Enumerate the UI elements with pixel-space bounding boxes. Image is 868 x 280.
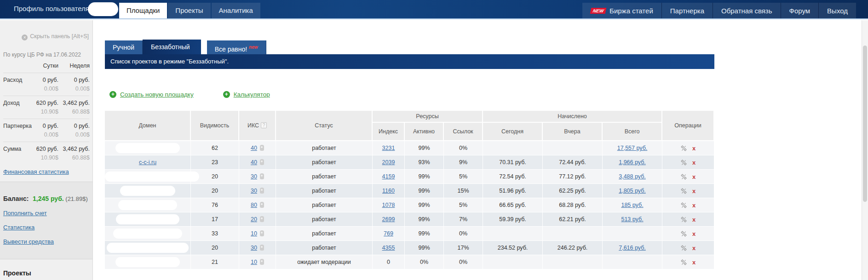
- delete-icon[interactable]: x: [692, 145, 696, 152]
- percent-link-icon[interactable]: [681, 188, 687, 194]
- nav-tab[interactable]: Проекты: [168, 3, 210, 18]
- index-link[interactable]: 3231: [382, 145, 395, 151]
- domain-cell: [105, 170, 191, 184]
- statistics-link[interactable]: Статистика: [3, 224, 89, 231]
- total-amount-link[interactable]: 185 руб.: [621, 202, 643, 208]
- mode-tab[interactable]: Все равно!new: [207, 40, 266, 54]
- table-row: 3310работает76999%0%x: [105, 227, 714, 241]
- iks-badge-icon[interactable]: [260, 216, 264, 222]
- iks-badge-icon[interactable]: [260, 173, 264, 179]
- operations-cell: x: [662, 170, 714, 184]
- percent-link-icon[interactable]: [681, 217, 687, 223]
- links-percent-cell: 5%: [444, 198, 483, 212]
- operations-cell: x: [662, 212, 714, 227]
- links-percent-cell: 15%: [444, 184, 483, 198]
- yesterday-amount-cell: 77.12 руб.: [543, 170, 603, 184]
- iks-link[interactable]: 40: [251, 159, 257, 166]
- iks-link[interactable]: 30: [251, 173, 257, 180]
- iks-badge-icon[interactable]: [260, 259, 264, 265]
- delete-icon[interactable]: x: [692, 202, 696, 209]
- financial-statistics-link[interactable]: Финансовая статистика: [3, 168, 92, 175]
- percent-link-icon[interactable]: [681, 259, 687, 266]
- index-link[interactable]: 4355: [382, 245, 395, 251]
- delete-icon[interactable]: x: [692, 216, 696, 223]
- scrollbar-thumb[interactable]: [863, 46, 867, 202]
- index-cell: 0: [373, 255, 405, 269]
- iks-badge-icon[interactable]: [260, 188, 264, 194]
- iks-link[interactable]: 20: [251, 216, 257, 223]
- links-percent-cell: 17%: [444, 241, 483, 255]
- delete-icon[interactable]: x: [692, 159, 696, 166]
- total-amount-cell: 7,616 руб.: [603, 241, 662, 255]
- mode-tab[interactable]: Беззаботный: [143, 40, 201, 54]
- add-icon: +: [223, 91, 230, 98]
- fin-week-cell: 3,462 руб.60.88$: [58, 100, 90, 115]
- delete-icon[interactable]: x: [692, 230, 696, 237]
- iks-link[interactable]: 30: [251, 245, 257, 251]
- index-link[interactable]: 2699: [382, 216, 395, 223]
- redacted-username: [88, 2, 118, 16]
- iks-link[interactable]: 10: [251, 230, 257, 237]
- scrollbar-track[interactable]: [862, 20, 868, 280]
- total-amount-link[interactable]: 513 руб.: [621, 216, 643, 223]
- iks-badge-icon[interactable]: [260, 230, 264, 236]
- index-link[interactable]: 4159: [382, 173, 395, 180]
- total-amount-link[interactable]: 7,616 руб.: [619, 245, 646, 251]
- projects-section-heading: Проекты: [3, 269, 89, 277]
- delete-icon[interactable]: x: [692, 188, 696, 194]
- table-row: 2030работает435599%17%234.52 руб.246.22 …: [105, 241, 714, 255]
- nav-menu-item[interactable]: Форум: [781, 3, 819, 18]
- create-platform-link[interactable]: +Создать новую площадку: [109, 91, 194, 98]
- percent-link-icon[interactable]: [681, 145, 687, 152]
- top-up-account-link[interactable]: Пополнить счет: [3, 210, 89, 217]
- fin-row: Доход620 руб.10.90$3,462 руб.60.88$: [3, 96, 89, 119]
- nav-menu-item[interactable]: Выход: [818, 3, 856, 18]
- index-cell: 4355: [373, 241, 405, 255]
- percent-link-icon[interactable]: [681, 202, 687, 209]
- iks-badge-icon[interactable]: [260, 145, 264, 151]
- iks-badge-icon[interactable]: [260, 245, 264, 251]
- iks-link[interactable]: 10: [251, 259, 257, 265]
- total-amount-link[interactable]: 17,557 руб.: [617, 145, 648, 151]
- percent-link-icon[interactable]: [681, 245, 687, 251]
- index-link[interactable]: 1078: [382, 202, 395, 208]
- active-percent-cell: 93%: [405, 155, 444, 170]
- delete-icon[interactable]: x: [692, 173, 696, 180]
- total-amount-link[interactable]: 1,966 руб.: [619, 159, 646, 166]
- delete-icon[interactable]: x: [692, 245, 696, 251]
- percent-link-icon[interactable]: [681, 160, 687, 166]
- iks-link[interactable]: 80: [251, 202, 257, 208]
- delete-icon[interactable]: x: [692, 259, 696, 266]
- total-amount-link[interactable]: 3,488 руб.: [619, 173, 646, 180]
- index-link[interactable]: 2039: [382, 159, 395, 166]
- index-link[interactable]: 769: [384, 230, 393, 237]
- iks-badge-icon[interactable]: [260, 159, 264, 165]
- iks-link[interactable]: 40: [251, 145, 257, 151]
- index-link[interactable]: 1160: [382, 188, 395, 194]
- domain-link[interactable]: c-c-i.ru: [139, 159, 156, 166]
- links-percent-cell: 9%: [444, 155, 483, 170]
- col-header-visibility: Видимость: [191, 111, 239, 141]
- col-header-status: Статус: [276, 111, 373, 141]
- fin-value-usd: 10.90$: [31, 154, 58, 161]
- profile-menu-item[interactable]: Профиль пользователя: [14, 0, 89, 18]
- nav-tab[interactable]: Площадки: [119, 3, 167, 18]
- calculator-link[interactable]: +Калькулятор: [223, 91, 270, 98]
- withdraw-funds-link[interactable]: Вывести средства: [3, 238, 89, 245]
- iks-badge-icon[interactable]: [260, 202, 264, 208]
- total-amount-link[interactable]: 1,805 руб.: [619, 188, 646, 194]
- finance-table-body: Расход0 руб.0.00$0 руб.0.00$Доход620 руб…: [3, 73, 89, 165]
- nav-menu-item[interactable]: Партнерка: [661, 3, 713, 18]
- nav-menu-item[interactable]: Обратная связь: [713, 3, 781, 18]
- percent-link-icon[interactable]: [681, 231, 687, 237]
- nav-menu-item[interactable]: NEWБиржа статей: [582, 3, 661, 18]
- col-header-active: Активно: [405, 123, 444, 141]
- percent-link-icon[interactable]: [681, 174, 687, 180]
- help-icon[interactable]: ?: [261, 122, 267, 128]
- hide-panel-button[interactable]: ×Скрыть панель [Alt+S]: [4, 33, 89, 40]
- fin-value-rub: 0 руб.: [31, 123, 58, 129]
- today-amount-cell: [483, 141, 543, 155]
- mode-tab[interactable]: Ручной: [105, 40, 143, 54]
- iks-link[interactable]: 30: [251, 188, 257, 194]
- nav-tab[interactable]: Аналитика: [212, 3, 260, 18]
